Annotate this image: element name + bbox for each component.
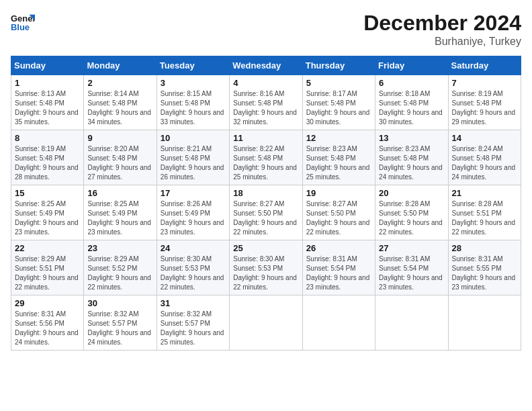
calendar-cell: 18Sunrise: 8:27 AMSunset: 5:50 PMDayligh…: [230, 185, 302, 240]
calendar-cell: 27Sunrise: 8:31 AMSunset: 5:54 PMDayligh…: [375, 240, 448, 295]
day-info: Sunrise: 8:18 AMSunset: 5:48 PMDaylight:…: [379, 90, 443, 126]
calendar-cell: 31Sunrise: 8:32 AMSunset: 5:57 PMDayligh…: [157, 295, 229, 351]
day-number: 3: [161, 78, 226, 88]
calendar-table: Sunday Monday Tuesday Wednesday Thursday…: [11, 56, 521, 351]
calendar-cell: 25Sunrise: 8:30 AMSunset: 5:53 PMDayligh…: [230, 240, 302, 295]
day-info: Sunrise: 8:24 AMSunset: 5:48 PMDaylight:…: [452, 145, 516, 181]
calendar-cell: 4Sunrise: 8:16 AMSunset: 5:48 PMDaylight…: [230, 75, 302, 130]
day-number: 6: [379, 78, 444, 88]
col-wednesday: Wednesday: [230, 56, 302, 75]
day-info: Sunrise: 8:31 AMSunset: 5:55 PMDaylight:…: [452, 255, 516, 291]
day-info: Sunrise: 8:25 AMSunset: 5:49 PMDaylight:…: [15, 200, 79, 236]
calendar-cell: 7Sunrise: 8:19 AMSunset: 5:48 PMDaylight…: [448, 75, 521, 130]
day-number: 24: [161, 243, 226, 253]
calendar-cell: 28Sunrise: 8:31 AMSunset: 5:55 PMDayligh…: [448, 240, 521, 295]
day-info: Sunrise: 8:19 AMSunset: 5:48 PMDaylight:…: [452, 90, 516, 126]
calendar-week-row: 15Sunrise: 8:25 AMSunset: 5:49 PMDayligh…: [11, 185, 521, 240]
calendar-week-row: 8Sunrise: 8:19 AMSunset: 5:48 PMDaylight…: [11, 130, 521, 185]
calendar-cell: [302, 295, 375, 351]
col-monday: Monday: [84, 56, 157, 75]
day-number: 17: [161, 188, 226, 198]
calendar-week-row: 29Sunrise: 8:31 AMSunset: 5:56 PMDayligh…: [11, 295, 521, 351]
day-info: Sunrise: 8:13 AMSunset: 5:48 PMDaylight:…: [15, 90, 79, 126]
calendar-cell: 15Sunrise: 8:25 AMSunset: 5:49 PMDayligh…: [11, 185, 84, 240]
day-number: 20: [379, 188, 444, 198]
day-number: 2: [87, 78, 152, 88]
day-number: 25: [233, 243, 298, 253]
calendar-cell: 16Sunrise: 8:25 AMSunset: 5:49 PMDayligh…: [84, 185, 157, 240]
day-number: 31: [161, 298, 226, 308]
calendar-cell: [230, 295, 302, 351]
calendar-cell: [375, 295, 448, 351]
col-sunday: Sunday: [11, 56, 84, 75]
calendar-cell: 8Sunrise: 8:19 AMSunset: 5:48 PMDaylight…: [11, 130, 84, 185]
col-tuesday: Tuesday: [157, 56, 229, 75]
day-number: 12: [306, 133, 371, 143]
page-header: General Blue December 2024 Burhaniye, Tu…: [11, 11, 521, 48]
calendar-cell: 12Sunrise: 8:23 AMSunset: 5:48 PMDayligh…: [302, 130, 375, 185]
calendar-week-row: 22Sunrise: 8:29 AMSunset: 5:51 PMDayligh…: [11, 240, 521, 295]
day-info: Sunrise: 8:19 AMSunset: 5:48 PMDaylight:…: [15, 145, 79, 181]
day-number: 15: [15, 188, 80, 198]
calendar-cell: 26Sunrise: 8:31 AMSunset: 5:54 PMDayligh…: [302, 240, 375, 295]
day-info: Sunrise: 8:29 AMSunset: 5:51 PMDaylight:…: [15, 255, 79, 291]
day-number: 8: [15, 133, 80, 143]
day-number: 7: [452, 78, 517, 88]
calendar-cell: 3Sunrise: 8:15 AMSunset: 5:48 PMDaylight…: [157, 75, 229, 130]
day-number: 23: [87, 243, 152, 253]
calendar-cell: 21Sunrise: 8:28 AMSunset: 5:51 PMDayligh…: [448, 185, 521, 240]
calendar-cell: 5Sunrise: 8:17 AMSunset: 5:48 PMDaylight…: [302, 75, 375, 130]
day-info: Sunrise: 8:31 AMSunset: 5:56 PMDaylight:…: [15, 310, 79, 346]
calendar-cell: 29Sunrise: 8:31 AMSunset: 5:56 PMDayligh…: [11, 295, 84, 351]
calendar-cell: [448, 295, 521, 351]
col-thursday: Thursday: [302, 56, 375, 75]
day-number: 29: [15, 298, 80, 308]
day-info: Sunrise: 8:26 AMSunset: 5:49 PMDaylight:…: [161, 200, 224, 236]
calendar-cell: 17Sunrise: 8:26 AMSunset: 5:49 PMDayligh…: [157, 185, 229, 240]
calendar-cell: 9Sunrise: 8:20 AMSunset: 5:48 PMDaylight…: [84, 130, 157, 185]
day-info: Sunrise: 8:23 AMSunset: 5:48 PMDaylight:…: [306, 145, 370, 181]
day-number: 13: [379, 133, 444, 143]
day-info: Sunrise: 8:14 AMSunset: 5:48 PMDaylight:…: [87, 90, 151, 126]
month-title: December 2024: [363, 11, 521, 36]
calendar-cell: 11Sunrise: 8:22 AMSunset: 5:48 PMDayligh…: [230, 130, 302, 185]
day-number: 22: [15, 243, 80, 253]
calendar-cell: 24Sunrise: 8:30 AMSunset: 5:53 PMDayligh…: [157, 240, 229, 295]
day-info: Sunrise: 8:31 AMSunset: 5:54 PMDaylight:…: [306, 255, 370, 291]
day-info: Sunrise: 8:15 AMSunset: 5:48 PMDaylight:…: [161, 90, 224, 126]
day-info: Sunrise: 8:28 AMSunset: 5:51 PMDaylight:…: [452, 200, 516, 236]
day-number: 19: [306, 188, 371, 198]
day-number: 9: [87, 133, 152, 143]
title-area: December 2024 Burhaniye, Turkey: [363, 11, 521, 48]
col-friday: Friday: [375, 56, 448, 75]
day-number: 14: [452, 133, 517, 143]
day-number: 5: [306, 78, 371, 88]
day-number: 1: [15, 78, 80, 88]
calendar-cell: 22Sunrise: 8:29 AMSunset: 5:51 PMDayligh…: [11, 240, 84, 295]
day-info: Sunrise: 8:20 AMSunset: 5:48 PMDaylight:…: [87, 145, 151, 181]
location: Burhaniye, Turkey: [363, 36, 521, 48]
col-saturday: Saturday: [448, 56, 521, 75]
calendar-cell: 20Sunrise: 8:28 AMSunset: 5:50 PMDayligh…: [375, 185, 448, 240]
day-number: 10: [161, 133, 226, 143]
day-info: Sunrise: 8:28 AMSunset: 5:50 PMDaylight:…: [379, 200, 443, 236]
day-info: Sunrise: 8:16 AMSunset: 5:48 PMDaylight:…: [233, 90, 297, 126]
day-number: 18: [233, 188, 298, 198]
day-info: Sunrise: 8:30 AMSunset: 5:53 PMDaylight:…: [233, 255, 297, 291]
day-info: Sunrise: 8:27 AMSunset: 5:50 PMDaylight:…: [233, 200, 297, 236]
calendar-cell: 13Sunrise: 8:23 AMSunset: 5:48 PMDayligh…: [375, 130, 448, 185]
day-info: Sunrise: 8:23 AMSunset: 5:48 PMDaylight:…: [379, 145, 443, 181]
calendar-week-row: 1Sunrise: 8:13 AMSunset: 5:48 PMDaylight…: [11, 75, 521, 130]
day-number: 21: [452, 188, 517, 198]
day-info: Sunrise: 8:25 AMSunset: 5:49 PMDaylight:…: [87, 200, 151, 236]
day-number: 27: [379, 243, 444, 253]
day-number: 4: [233, 78, 298, 88]
day-info: Sunrise: 8:30 AMSunset: 5:53 PMDaylight:…: [161, 255, 224, 291]
calendar-cell: 10Sunrise: 8:21 AMSunset: 5:48 PMDayligh…: [157, 130, 229, 185]
day-info: Sunrise: 8:27 AMSunset: 5:50 PMDaylight:…: [306, 200, 370, 236]
day-info: Sunrise: 8:32 AMSunset: 5:57 PMDaylight:…: [161, 310, 224, 346]
day-number: 28: [452, 243, 517, 253]
calendar-cell: 6Sunrise: 8:18 AMSunset: 5:48 PMDaylight…: [375, 75, 448, 130]
calendar-header-row: Sunday Monday Tuesday Wednesday Thursday…: [11, 56, 521, 75]
logo-icon: General Blue: [11, 11, 35, 35]
